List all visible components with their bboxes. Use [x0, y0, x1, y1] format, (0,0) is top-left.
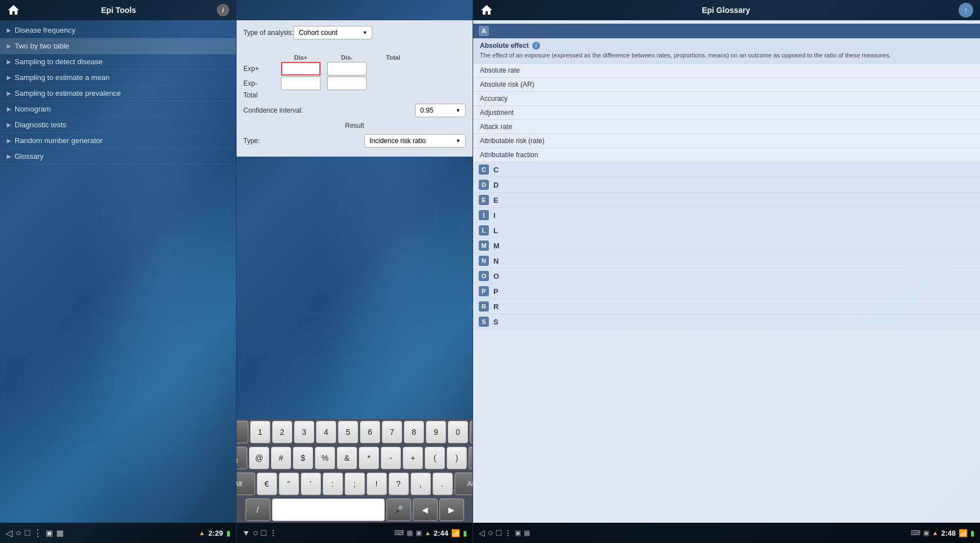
kb-5[interactable]: 5 — [338, 421, 358, 443]
right-menu[interactable]: ⋮ — [504, 528, 512, 537]
right-recents[interactable]: □ — [496, 528, 502, 538]
kb-row-special: Alt € " ' : ; ! ? , . Alt — [237, 471, 473, 497]
kb-alt-left[interactable]: Alt — [237, 473, 255, 495]
section-i[interactable]: I I — [473, 208, 980, 223]
result-label: Result — [243, 122, 466, 130]
kb-hash[interactable]: # — [271, 447, 291, 469]
nav-item-nomogram[interactable]: ▶Nomogram — [0, 101, 236, 117]
phone-btn[interactable]: ▦ — [56, 528, 64, 537]
kb-enter[interactable]: ↵ — [469, 447, 473, 469]
kb-abc[interactable]: ABC7123 — [237, 447, 247, 469]
kb-colon[interactable]: : — [323, 473, 343, 495]
kb-lparen[interactable]: ( — [425, 447, 445, 469]
kb-4[interactable]: 4 — [316, 421, 336, 443]
absolute-effect-info[interactable]: i — [532, 42, 540, 50]
kb-1[interactable]: 1 — [250, 421, 270, 443]
kb-question[interactable]: ? — [389, 473, 409, 495]
exp-minus-dis-plus-input[interactable] — [281, 77, 320, 90]
kb-9[interactable]: 9 — [426, 421, 446, 443]
kb-slash[interactable]: / — [246, 499, 270, 521]
kb-0[interactable]: 0 — [448, 421, 468, 443]
nav-item-two-by-two-table[interactable]: ▶Two by two table — [0, 38, 236, 54]
kb-alt-right[interactable]: Alt — [455, 473, 474, 495]
middle-home[interactable]: ○ — [253, 528, 259, 538]
kb-plus[interactable]: + — [403, 447, 423, 469]
middle-back[interactable]: ▼ — [242, 528, 250, 537]
kb-exclaim[interactable]: ! — [367, 473, 387, 495]
upload-btn[interactable]: ↑ — [959, 3, 973, 17]
exp-minus-dis-plus-cell[interactable] — [278, 77, 323, 90]
kb-rparen[interactable]: ) — [447, 447, 467, 469]
section-n[interactable]: N N — [473, 253, 980, 269]
kb-period[interactable]: . — [433, 473, 453, 495]
kb-6[interactable]: 6 — [360, 421, 380, 443]
menu-btn[interactable]: ⋮ — [33, 528, 42, 538]
exp-plus-dis-plus-input[interactable] — [281, 62, 320, 75]
section-r[interactable]: R R — [473, 299, 980, 314]
section-a-header[interactable]: A — [473, 24, 980, 38]
right-back[interactable]: ◁ — [479, 528, 485, 537]
kb-arrow-right[interactable]: ▶ — [439, 499, 464, 521]
nav-item-sampling-to-detect-disease[interactable]: ▶Sampling to detect disease — [0, 54, 236, 70]
term-adjustment[interactable]: Adjustment — [473, 106, 980, 120]
middle-menu[interactable]: ⋮ — [269, 528, 277, 537]
kb-dquote[interactable]: " — [279, 473, 299, 495]
exp-plus-dis-plus-cell[interactable] — [278, 62, 323, 75]
kb-ampersand[interactable]: & — [337, 447, 357, 469]
exp-minus-dis-minus-input[interactable] — [327, 77, 367, 90]
result-type-dropdown[interactable]: Incidence risk ratio ▼ — [364, 134, 466, 148]
kb-arrow-left[interactable]: ◀ — [413, 499, 438, 521]
exp-plus-dis-minus-cell[interactable] — [324, 62, 369, 75]
term-absolute-rate[interactable]: Absolute rate — [473, 64, 980, 78]
kb-minus[interactable]: - — [381, 447, 401, 469]
nav-item-sampling-to-estimate-a-mean[interactable]: ▶Sampling to estimate a mean — [0, 70, 236, 86]
home-btn[interactable]: ○ — [16, 528, 21, 538]
middle-recents[interactable]: □ — [261, 528, 267, 538]
exp-minus-dis-minus-cell[interactable] — [324, 77, 369, 90]
term-attributable-risk[interactable]: Attributable risk (rate) — [473, 134, 980, 148]
section-o[interactable]: O O — [473, 269, 980, 284]
kb-euro[interactable]: € — [257, 473, 277, 495]
screenshot-btn[interactable]: ▣ — [46, 528, 53, 537]
exp-plus-dis-minus-input[interactable] — [327, 62, 367, 75]
right-home[interactable]: ○ — [488, 528, 493, 538]
ci-dropdown[interactable]: 0.95 ▼ — [415, 104, 466, 117]
recents-btn[interactable]: □ — [25, 528, 30, 538]
kb-at[interactable]: @ — [249, 447, 269, 469]
kb-mic[interactable]: 🎤 — [386, 499, 411, 521]
nav-item-glossary[interactable]: ▶Glossary — [0, 149, 236, 164]
nav-item-sampling-to-estimate-prevalence[interactable]: ▶Sampling to estimate prevalence — [0, 86, 236, 101]
info-icon[interactable]: i — [217, 4, 229, 16]
analysis-type-dropdown[interactable]: Cohort count ▼ — [293, 26, 372, 39]
section-m[interactable]: M M — [473, 238, 980, 253]
back-btn[interactable]: ◁ — [6, 528, 12, 538]
section-l[interactable]: L L — [473, 223, 980, 238]
section-d[interactable]: D D — [473, 177, 980, 193]
kb-3[interactable]: 3 — [294, 421, 314, 443]
kb-percent[interactable]: % — [315, 447, 335, 469]
kb-8[interactable]: 8 — [404, 421, 424, 443]
section-c[interactable]: C C — [473, 162, 980, 177]
right-home-icon[interactable] — [480, 3, 493, 17]
term-accuracy[interactable]: Accuracy — [473, 92, 980, 106]
nav-item-random-number-generator[interactable]: ▶Random number generator — [0, 133, 236, 149]
kb-tab[interactable]: Tab — [237, 421, 248, 443]
home-icon[interactable] — [7, 3, 20, 17]
section-d-badge: D — [479, 180, 489, 190]
kb-space[interactable] — [272, 499, 385, 521]
nav-item-disease-frequency[interactable]: ▶Disease frequency — [0, 23, 236, 38]
section-s[interactable]: S S — [473, 314, 980, 330]
kb-squote[interactable]: ' — [301, 473, 321, 495]
term-attack-rate[interactable]: Attack rate — [473, 120, 980, 134]
kb-comma[interactable]: , — [411, 473, 431, 495]
kb-2[interactable]: 2 — [272, 421, 292, 443]
section-e[interactable]: E E — [473, 193, 980, 208]
kb-dollar[interactable]: $ — [293, 447, 313, 469]
term-absolute-risk[interactable]: Absolute risk (AR) — [473, 78, 980, 92]
section-p[interactable]: P P — [473, 284, 980, 299]
term-attributable-fraction[interactable]: Attributable fraction — [473, 148, 980, 162]
nav-item-diagnostic-tests[interactable]: ▶Diagnostic tests — [0, 117, 236, 133]
kb-asterisk[interactable]: * — [359, 447, 379, 469]
kb-7[interactable]: 7 — [382, 421, 402, 443]
kb-semicolon[interactable]: ; — [345, 473, 365, 495]
